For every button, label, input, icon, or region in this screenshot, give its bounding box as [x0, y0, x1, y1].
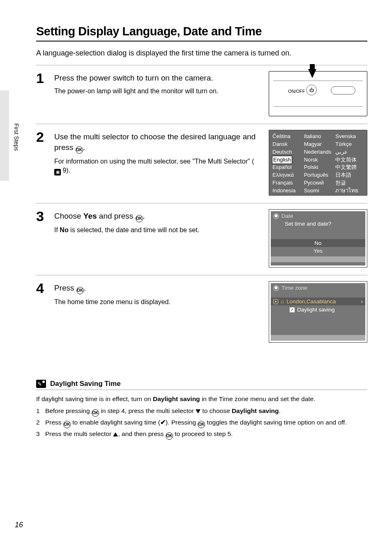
checkbox-icon: ✓ [290, 307, 295, 312]
record-icon [273, 299, 278, 304]
step-number: 2 [36, 130, 48, 144]
step-2: 2 Use the multi selector to choose the d… [36, 130, 367, 196]
step-4-title: Press OK. [54, 283, 259, 294]
lang-item: Italiano [304, 133, 332, 141]
check-icon: ✔ [160, 419, 166, 426]
step-1-figure: ON/OFF ⏻ [269, 71, 367, 116]
dialog-option-no: No [271, 239, 365, 247]
text-bold: Daylight saving [153, 395, 200, 402]
divider [36, 65, 367, 65]
text: Press the multi selector [45, 430, 113, 437]
text: to choose [201, 407, 232, 414]
triangle-down-icon [196, 409, 201, 413]
ok-icon: OK [136, 215, 143, 222]
page-title: Setting Display Language, Date and Time [36, 25, 367, 38]
step-1-desc: The power-on lamp will light and the mon… [54, 87, 259, 96]
lang-item: 한글 [335, 179, 364, 187]
note-intro: If daylight saving time is in effect, tu… [36, 394, 367, 404]
step-2-desc: For information on using the multi selec… [54, 157, 259, 175]
lang-item: عربي [335, 148, 364, 156]
step-3: 3 Choose Yes and press OK. If No is sele… [36, 209, 367, 268]
list-number: 3 [36, 429, 42, 440]
text: Before pressing [45, 407, 92, 414]
onoff-label: ON/OFF [288, 89, 305, 94]
text: in step 4, press the multi selector [99, 407, 196, 414]
dialog-header: Date [281, 213, 293, 219]
lang-item: Nederlands [304, 148, 332, 156]
lang-item-selected: English [272, 156, 292, 164]
lang-item: Indonesia [272, 187, 301, 195]
divider [36, 390, 367, 390]
dialog-footer [271, 256, 365, 262]
text: to proceed to step 5. [173, 430, 233, 437]
ok-icon: OK [198, 421, 205, 428]
intro-text: A language-selection dialog is displayed… [36, 49, 367, 58]
note-list-item: 2 Press OK to enable daylight saving tim… [36, 418, 367, 428]
step-3-figure: 🕘Date Set time and date? No Yes [269, 209, 367, 268]
clock-icon: 🕘 [273, 285, 279, 291]
text: toggles the daylight saving time option … [205, 419, 346, 426]
text: . [83, 143, 85, 152]
step-3-title: Choose Yes and press OK. [54, 211, 259, 222]
text: . [279, 407, 280, 414]
step-number: 3 [36, 209, 48, 223]
divider [36, 275, 367, 275]
dialog-header: Time zone [281, 285, 307, 291]
step-1: 1 Press the power switch to turn on the … [36, 71, 367, 116]
lang-item: Türkçe [335, 141, 364, 148]
lang-item: Suomi [304, 187, 332, 195]
text: in the Time zone menu and set the date. [200, 395, 316, 402]
list-number: 2 [36, 418, 42, 428]
list-number: 1 [36, 406, 42, 417]
text-bold: No [60, 226, 68, 233]
text: . [143, 212, 145, 220]
chapter-tab: First Steps [13, 123, 20, 151]
side-shade [0, 90, 9, 181]
text: ). Pressing [166, 419, 198, 426]
step-number: 4 [36, 281, 48, 295]
clock-icon: 🕘 [273, 213, 279, 219]
chevron-right-icon: › [361, 298, 363, 305]
text: For information on using the multi selec… [54, 158, 254, 165]
lang-item: ภาษาไทย [335, 187, 364, 195]
ok-icon: OK [63, 421, 71, 428]
ok-icon: OK [76, 287, 84, 294]
lang-item: Español [272, 164, 301, 171]
step-2-title: Use the multi selector to choose the des… [54, 132, 259, 154]
ok-icon: OK [166, 432, 173, 440]
step-1-title: Press the power switch to turn on the ca… [54, 73, 259, 83]
lang-item: Français [272, 179, 301, 187]
triangle-up-icon [113, 432, 118, 436]
text: Press [45, 419, 63, 426]
power-icon: ⏻ [306, 85, 317, 95]
step-4: 4 Press OK. The home time zone menu is d… [36, 281, 367, 343]
text: and press [97, 212, 136, 220]
dialog-footer [271, 335, 365, 341]
step-3-desc: If No is selected, the date and time wil… [54, 226, 259, 235]
lang-item: 日本語 [335, 171, 364, 179]
home-icon: ⌂ [281, 298, 284, 305]
lang-item: Deutsch [272, 148, 301, 156]
note-list-item: 3 Press the multi selector , and then pr… [36, 429, 367, 440]
lang-item: Čeština [272, 133, 301, 141]
lang-item: Svenska [335, 133, 364, 141]
text: to enable daylight saving time ( [71, 419, 160, 426]
step-2-figure: Čeština Dansk Deutsch English Español Ελ… [269, 130, 367, 196]
text: ). [66, 167, 70, 174]
text-bold: Yes [83, 212, 97, 220]
lang-item: Ελληνικά [272, 171, 301, 179]
daylight-saving-label: Daylight saving [297, 307, 335, 313]
divider [36, 203, 367, 203]
divider [36, 124, 367, 124]
text: If [54, 226, 60, 233]
lang-item: Magyar [304, 141, 332, 148]
step-4-figure: 🕘Time zone ⌂ London,Casablanca › ✓ Dayli… [269, 281, 367, 343]
lang-item: Polski [304, 164, 332, 171]
text: , and then press [118, 430, 165, 437]
step-4-desc: The home time zone menu is displayed. [54, 298, 259, 307]
lang-item: Русский [304, 179, 332, 187]
page-ref-icon: ▣ [54, 169, 61, 175]
arrow-down-icon [308, 69, 316, 78]
text: Choose [54, 212, 83, 220]
note-box: ✎ Daylight Saving Time If daylight savin… [36, 380, 367, 440]
